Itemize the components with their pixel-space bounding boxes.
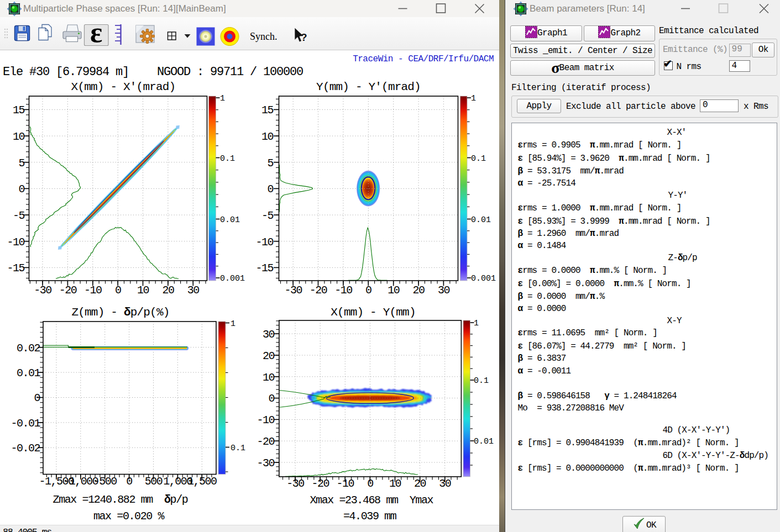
svg-text:-30: -30 bbox=[256, 457, 274, 470]
svg-text:0.02: 0.02 bbox=[17, 342, 40, 355]
svg-text:Z(mm) - δp/p(%): Z(mm) - δp/p(%) bbox=[71, 306, 169, 319]
svg-text:-5: -5 bbox=[261, 209, 274, 222]
svg-text:1: 1 bbox=[231, 319, 235, 329]
svg-text:TraceWin - CEA/DRF/Irfu/DACM: TraceWin - CEA/DRF/Irfu/DACM bbox=[353, 54, 494, 64]
svg-text:-500: -500 bbox=[93, 475, 117, 488]
svg-text:0.1: 0.1 bbox=[471, 154, 486, 164]
svg-text:1: 1 bbox=[474, 319, 479, 328]
svg-text:0.01: 0.01 bbox=[17, 367, 41, 380]
svg-text:20: 20 bbox=[263, 350, 275, 362]
svg-text:20: 20 bbox=[413, 284, 425, 297]
svg-text:NGOOD : 99711 / 100000: NGOOD : 99711 / 100000 bbox=[157, 65, 303, 79]
svg-text:10: 10 bbox=[13, 130, 25, 143]
svg-text:=4.039 mm: =4.039 mm bbox=[343, 510, 396, 523]
svg-text:0: 0 bbox=[34, 392, 40, 404]
svg-text:Y(mm) - Y'(mrad): Y(mm) - Y'(mrad) bbox=[316, 81, 421, 93]
svg-text:0: 0 bbox=[365, 284, 371, 297]
svg-text:-15: -15 bbox=[255, 262, 273, 275]
svg-text:0: 0 bbox=[268, 392, 274, 405]
svg-text:30: 30 bbox=[187, 284, 200, 297]
svg-text:?: ? bbox=[301, 31, 307, 43]
svg-text:Synch.: Synch. bbox=[250, 31, 278, 42]
svg-text:5: 5 bbox=[18, 157, 24, 170]
svg-text:1,500: 1,500 bbox=[187, 475, 217, 488]
svg-text:0.01: 0.01 bbox=[471, 215, 491, 225]
svg-text:10: 10 bbox=[389, 477, 401, 490]
svg-text:20: 20 bbox=[162, 284, 174, 297]
svg-text:-30: -30 bbox=[284, 284, 302, 297]
svg-text:30: 30 bbox=[263, 328, 275, 341]
svg-text:0.001: 0.001 bbox=[471, 274, 496, 283]
svg-text:Zmax =1240.882 mm δp/p: Zmax =1240.882 mm δp/p bbox=[53, 493, 188, 506]
svg-text:500: 500 bbox=[145, 475, 163, 488]
svg-text:0: 0 bbox=[126, 475, 132, 488]
svg-text:1: 1 bbox=[220, 94, 225, 103]
svg-text:0.001: 0.001 bbox=[220, 274, 245, 283]
svg-text:0: 0 bbox=[367, 477, 373, 490]
svg-text:-10: -10 bbox=[337, 477, 354, 490]
svg-text:30: 30 bbox=[438, 284, 450, 297]
svg-text:0: 0 bbox=[18, 183, 24, 196]
svg-text:ε: ε bbox=[90, 17, 102, 48]
svg-text:-10: -10 bbox=[7, 236, 24, 249]
svg-text:15: 15 bbox=[261, 104, 274, 117]
svg-text:10: 10 bbox=[137, 284, 149, 297]
svg-text:30: 30 bbox=[439, 477, 451, 490]
svg-text:-0.01: -0.01 bbox=[11, 417, 40, 430]
svg-text:-20: -20 bbox=[59, 284, 77, 297]
svg-text:0.1: 0.1 bbox=[220, 154, 235, 164]
svg-text:5: 5 bbox=[267, 157, 273, 170]
svg-text:-10: -10 bbox=[255, 236, 273, 249]
svg-text:0.01: 0.01 bbox=[474, 437, 494, 446]
svg-text:-20: -20 bbox=[311, 477, 329, 490]
svg-text:Ele #30 [6.79984 m]: Ele #30 [6.79984 m] bbox=[3, 65, 129, 79]
svg-text:-20: -20 bbox=[310, 284, 327, 297]
svg-text:-30: -30 bbox=[286, 477, 304, 490]
svg-text:X(mm) - X'(mrad): X(mm) - X'(mrad) bbox=[71, 81, 176, 93]
svg-text:-15: -15 bbox=[7, 262, 24, 275]
svg-text:1: 1 bbox=[471, 94, 476, 103]
svg-text:-30: -30 bbox=[34, 284, 51, 297]
svg-text:-0.02: -0.02 bbox=[11, 442, 40, 455]
svg-text:-10: -10 bbox=[84, 284, 102, 297]
svg-text:10: 10 bbox=[263, 371, 275, 384]
svg-text:0: 0 bbox=[267, 183, 273, 196]
svg-text:-20: -20 bbox=[256, 435, 274, 448]
svg-text:0: 0 bbox=[115, 284, 121, 297]
svg-text:0.01: 0.01 bbox=[220, 215, 240, 225]
svg-text:-5: -5 bbox=[13, 209, 25, 222]
svg-text:0.1: 0.1 bbox=[474, 376, 489, 386]
svg-text:20: 20 bbox=[414, 477, 426, 490]
svg-text:X(mm) - Y(mm): X(mm) - Y(mm) bbox=[331, 306, 415, 319]
svg-text:-10: -10 bbox=[256, 414, 274, 426]
svg-text:0.1: 0.1 bbox=[231, 444, 245, 453]
svg-text:10: 10 bbox=[261, 130, 274, 143]
svg-text:Xmax =23.468 mm Ymax: Xmax =23.468 mm Ymax bbox=[310, 494, 433, 507]
svg-text:-10: -10 bbox=[334, 284, 352, 297]
svg-text:15: 15 bbox=[13, 104, 25, 117]
svg-text:10: 10 bbox=[388, 284, 400, 297]
svg-text:max =0.020 %: max =0.020 % bbox=[93, 510, 165, 523]
